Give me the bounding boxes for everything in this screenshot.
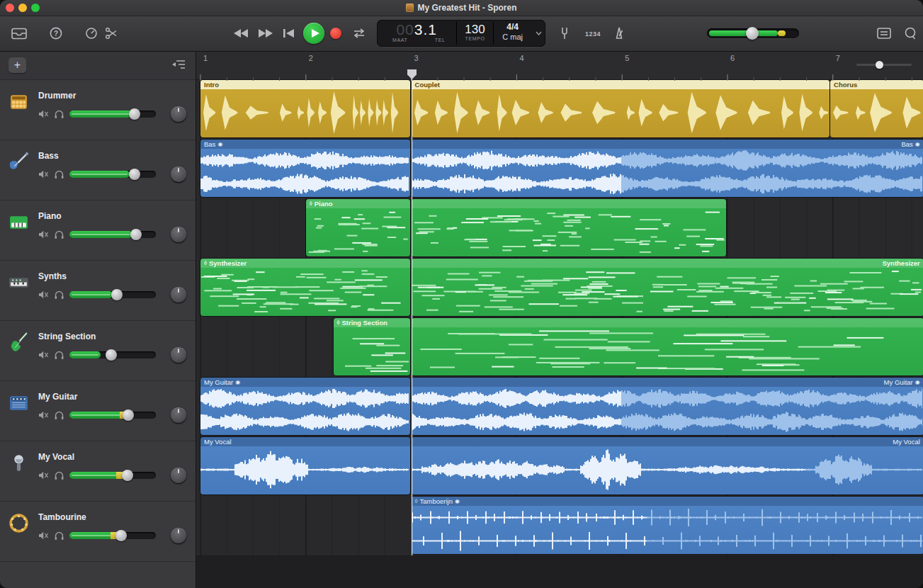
master-level-meter bbox=[709, 30, 778, 36]
region-my-guitar-12[interactable]: My Guitar◉ bbox=[412, 378, 923, 435]
region-label: Bas bbox=[204, 140, 215, 148]
tuning-fork-icon[interactable] bbox=[560, 27, 570, 40]
volume-slider[interactable] bbox=[69, 351, 156, 358]
drummer-icon bbox=[8, 91, 30, 113]
scissors-icon[interactable] bbox=[105, 27, 118, 40]
volume-thumb[interactable] bbox=[106, 349, 117, 361]
fast-forward-button[interactable] bbox=[257, 28, 273, 38]
rewind-button[interactable] bbox=[234, 28, 249, 38]
region-synthesizer-8[interactable]: Synthesizer bbox=[412, 259, 923, 316]
track-controls bbox=[38, 227, 156, 242]
region-bas-3[interactable]: Bas◉ bbox=[200, 140, 410, 197]
volume-thumb[interactable] bbox=[122, 470, 133, 481]
track-header-piano[interactable]: Piano bbox=[0, 200, 196, 261]
mute-button[interactable] bbox=[38, 109, 49, 119]
region-bas-4[interactable]: Bas◉ bbox=[412, 140, 923, 197]
track-header-my-guitar[interactable]: My Guitar bbox=[0, 381, 196, 441]
cycle-icon[interactable] bbox=[351, 28, 367, 39]
solo-button[interactable] bbox=[54, 410, 64, 420]
solo-button[interactable] bbox=[54, 470, 64, 480]
mute-button[interactable] bbox=[38, 290, 49, 300]
master-volume-thumb[interactable] bbox=[746, 27, 759, 40]
timeline-ruler[interactable]: 1234567 bbox=[196, 51, 923, 80]
volume-thumb[interactable] bbox=[129, 169, 140, 180]
record-button[interactable] bbox=[330, 28, 341, 39]
lcd-tempo-section[interactable]: 130 TEMPO bbox=[457, 20, 492, 47]
mute-button[interactable] bbox=[38, 350, 49, 360]
track-header-bass[interactable]: Bass bbox=[0, 140, 196, 200]
region-my-vocal-14[interactable]: My Vocal bbox=[412, 437, 923, 494]
volume-thumb[interactable] bbox=[115, 530, 127, 541]
count-in-button[interactable]: 1234 bbox=[585, 30, 601, 38]
track-header-my-vocal[interactable]: My Vocal bbox=[0, 441, 196, 502]
region-piano-5[interactable]: ◊Piano bbox=[306, 199, 410, 256]
pan-knob[interactable] bbox=[171, 227, 186, 242]
minimize-window-button[interactable] bbox=[18, 4, 27, 12]
zoom-window-button[interactable] bbox=[31, 4, 40, 12]
master-volume-slider[interactable] bbox=[707, 28, 799, 38]
mute-button[interactable] bbox=[38, 531, 49, 541]
display-editors-icon[interactable] bbox=[877, 28, 891, 39]
region-string-section-9[interactable]: ◊String Section bbox=[334, 318, 411, 375]
region-intro-0[interactable]: Intro bbox=[200, 80, 410, 137]
solo-button[interactable] bbox=[54, 290, 64, 300]
volume-thumb[interactable] bbox=[123, 409, 134, 421]
region-track2-6[interactable] bbox=[412, 199, 727, 256]
volume-slider[interactable] bbox=[69, 532, 156, 539]
volume-slider[interactable] bbox=[69, 111, 156, 118]
library-icon[interactable] bbox=[11, 28, 27, 40]
region-chorus-2[interactable]: Chorus bbox=[830, 80, 923, 137]
mute-button[interactable] bbox=[38, 169, 49, 179]
solo-button[interactable] bbox=[54, 230, 64, 239]
volume-thumb[interactable] bbox=[130, 229, 142, 240]
track-header-drummer[interactable]: Drummer bbox=[0, 80, 196, 140]
region-track4-10[interactable] bbox=[412, 318, 923, 375]
mute-button[interactable] bbox=[38, 410, 49, 420]
pan-knob[interactable] bbox=[171, 347, 186, 363]
track-header-tambourine[interactable]: Tambourine bbox=[0, 502, 196, 562]
help-icon[interactable]: ? bbox=[50, 27, 62, 40]
pan-knob[interactable] bbox=[171, 468, 186, 483]
solo-button[interactable] bbox=[54, 350, 64, 360]
solo-button[interactable] bbox=[54, 109, 64, 119]
lcd-chevron-down-icon[interactable] bbox=[532, 20, 545, 47]
region-tamboerijn-15[interactable]: ◊Tamboerijn◉ bbox=[412, 497, 923, 554]
track-header-synths[interactable]: Synths bbox=[0, 261, 196, 321]
metronome-icon[interactable] bbox=[613, 26, 625, 40]
track-header-options-icon[interactable] bbox=[171, 59, 186, 73]
zoom-slider-thumb[interactable] bbox=[876, 61, 883, 69]
region-my-vocal-13[interactable]: My Vocal bbox=[200, 437, 410, 494]
volume-thumb[interactable] bbox=[129, 108, 140, 120]
zoom-slider[interactable] bbox=[856, 64, 912, 66]
volume-slider[interactable] bbox=[69, 472, 156, 479]
lcd-display[interactable]: 003.1 MAATTEL 130 TEMPO 4/4 C maj bbox=[377, 20, 545, 47]
track-header-string-section[interactable]: String Section bbox=[0, 321, 196, 381]
mute-button[interactable] bbox=[38, 470, 49, 480]
region-waveform bbox=[412, 327, 922, 375]
volume-slider[interactable] bbox=[69, 412, 156, 419]
close-window-button[interactable] bbox=[6, 4, 14, 12]
lcd-key-section[interactable]: 4/4 C maj bbox=[494, 20, 532, 47]
pan-knob[interactable] bbox=[171, 407, 186, 423]
region-header: Couplet bbox=[412, 80, 830, 89]
region-couplet-1[interactable]: Couplet bbox=[412, 80, 830, 137]
pan-knob[interactable] bbox=[171, 166, 186, 182]
mute-button[interactable] bbox=[38, 230, 49, 239]
pan-knob[interactable] bbox=[171, 528, 186, 543]
add-track-button[interactable]: + bbox=[9, 57, 26, 73]
go-to-beginning-button[interactable] bbox=[283, 28, 295, 38]
solo-button[interactable] bbox=[54, 169, 64, 179]
volume-thumb[interactable] bbox=[111, 289, 123, 300]
region-my-guitar-11[interactable]: My Guitar◉ bbox=[200, 378, 410, 435]
solo-button[interactable] bbox=[54, 531, 64, 541]
pan-knob[interactable] bbox=[171, 287, 186, 303]
volume-slider[interactable] bbox=[69, 171, 156, 178]
loop-browser-icon[interactable] bbox=[904, 27, 917, 40]
pan-knob[interactable] bbox=[171, 106, 186, 122]
play-button[interactable] bbox=[303, 23, 324, 44]
volume-slider[interactable] bbox=[69, 231, 156, 238]
smart-controls-icon[interactable] bbox=[85, 27, 98, 40]
region-waveform bbox=[412, 387, 922, 435]
region-synthesizer-7[interactable]: ◊Synthesizer bbox=[200, 259, 410, 316]
volume-slider[interactable] bbox=[69, 291, 156, 298]
